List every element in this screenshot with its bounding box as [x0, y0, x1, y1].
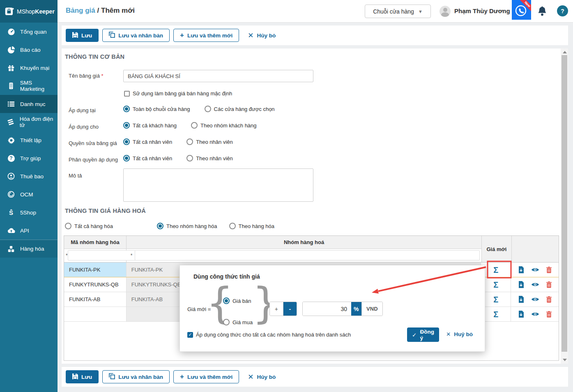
- formula-sigma-button[interactable]: Σ: [493, 295, 498, 304]
- scope-radio-product-group[interactable]: [157, 223, 163, 229]
- filter-operator-button[interactable]: *: [66, 253, 68, 258]
- gear-icon: [7, 136, 16, 144]
- column-header-actions: [512, 236, 559, 262]
- scroll-up-arrow[interactable]: [563, 51, 567, 53]
- help-button[interactable]: ?: [557, 5, 568, 16]
- scope-radio-by-product[interactable]: [229, 223, 236, 229]
- apply-for-radio-customer-group[interactable]: [191, 122, 198, 129]
- sidebar-item-reports[interactable]: Báo cáo: [0, 41, 58, 59]
- plus-icon: +: [180, 373, 184, 381]
- sidebar-item-api[interactable]: API: [0, 221, 58, 240]
- apply-perm-radio-all-staff[interactable]: [123, 155, 130, 161]
- apply-at-radio-selected-stores[interactable]: [205, 106, 211, 112]
- delete-trash-icon[interactable]: [546, 296, 552, 303]
- apply-permission-label: Phân quyền áp dụng: [69, 157, 118, 163]
- scope-radio-all-products[interactable]: [65, 223, 71, 229]
- price-formula-dialog: Dùng công thức tính giá Giá mới = { Giá …: [179, 265, 485, 352]
- price-base-sale-row: Giá bán: [223, 297, 251, 304]
- sidebar-item-overview[interactable]: Tổng quan: [0, 23, 58, 41]
- delete-trash-icon[interactable]: [546, 267, 552, 273]
- layers-icon: [7, 118, 15, 126]
- save-button[interactable]: Lưu: [66, 29, 99, 42]
- sidebar-item-categories[interactable]: Danh mục: [0, 95, 58, 113]
- sidebar-item-help[interactable]: ? Trợ giúp: [0, 149, 58, 167]
- toolbar-top: Lưu Lưu và nhân bản + Lưu và thêm mới ✕ …: [62, 25, 568, 45]
- boxes-icon: [7, 245, 16, 253]
- swirl-icon: [7, 191, 16, 198]
- filter-operator-button[interactable]: *: [128, 253, 135, 258]
- store-chain-dropdown[interactable]: Chuỗi cửa hàng ▼: [365, 5, 431, 18]
- formula-sigma-button[interactable]: Σ: [493, 281, 498, 289]
- cell-group-code[interactable]: [64, 307, 127, 321]
- price-scope-options: Tất cả hàng hóa Theo nhóm hàng hóa Theo …: [65, 223, 274, 229]
- vertical-scrollbar[interactable]: [561, 48, 568, 364]
- sidebar-item-5shop[interactable]: Ŝ 5Shop: [0, 203, 58, 221]
- formula-value-input[interactable]: [303, 302, 351, 316]
- price-list-name-input[interactable]: [123, 70, 313, 82]
- copy-price-icon[interactable]: [518, 311, 524, 318]
- unit-percent-button[interactable]: %: [351, 302, 361, 316]
- save-and-duplicate-button[interactable]: Lưu và nhân bản: [102, 370, 170, 383]
- cell-group-code[interactable]: FUNKITA-AB: [64, 292, 127, 307]
- dialog-ok-button[interactable]: ✓ Đồng ý: [407, 327, 439, 342]
- description-textarea[interactable]: [123, 168, 313, 202]
- view-eye-icon[interactable]: [531, 297, 539, 302]
- scrollbar-thumb[interactable]: [561, 55, 567, 352]
- cancel-button[interactable]: ✕ Hủy bỏ: [243, 370, 281, 383]
- formula-sigma-button[interactable]: Σ: [493, 266, 498, 274]
- apply-at-radio-all-stores[interactable]: [123, 106, 130, 112]
- edit-perm-radio-by-staff[interactable]: [186, 138, 193, 145]
- sidebar-item-subscription[interactable]: Thuê bao: [0, 167, 58, 185]
- sidebar-item-e-invoice[interactable]: Hóa đơn điện tử: [0, 113, 58, 131]
- cancel-button[interactable]: ✕ Hủy bỏ: [243, 29, 281, 42]
- apply-at-options: Toàn bộ chuỗi cửa hàng Các cửa hàng được…: [123, 106, 275, 112]
- notification-bell-icon[interactable]: [537, 6, 547, 18]
- formula-sigma-button[interactable]: Σ: [493, 310, 498, 318]
- sidebar-item-promotions[interactable]: Khuyến mại: [0, 59, 58, 77]
- cell-group-code[interactable]: FUNKITA-PK: [64, 263, 127, 277]
- dashboard-icon: [7, 28, 16, 36]
- copy-price-icon[interactable]: [518, 281, 524, 288]
- apply-permission-options: Tất cả nhân viên Theo nhân viên: [123, 155, 233, 161]
- apply-perm-radio-by-staff[interactable]: [186, 155, 193, 161]
- view-eye-icon[interactable]: [531, 311, 539, 317]
- copy-price-icon[interactable]: [518, 296, 524, 303]
- price-base-radio-sale[interactable]: [223, 297, 230, 304]
- group-name-filter-input[interactable]: [135, 250, 480, 261]
- save-and-duplicate-button[interactable]: Lưu và nhân bản: [102, 29, 170, 42]
- delete-trash-icon[interactable]: [546, 311, 552, 318]
- user-menu[interactable]: Phạm Thùy Dương▼: [454, 7, 518, 14]
- edit-perm-radio-all-staff[interactable]: [123, 138, 130, 145]
- apply-for-radio-all-customers[interactable]: [123, 122, 130, 129]
- sidebar-item-products[interactable]: Hàng hóa: [0, 240, 58, 258]
- copy-price-icon[interactable]: [518, 266, 524, 273]
- filter-row: * *: [64, 249, 482, 263]
- operator-minus-button[interactable]: -: [283, 302, 297, 316]
- support-app-tile[interactable]: New: [512, 0, 531, 20]
- sidebar-item-ocm[interactable]: OCM: [0, 185, 58, 203]
- x-icon: ✕: [248, 31, 253, 40]
- default-price-list-checkbox[interactable]: [124, 91, 130, 97]
- breadcrumb-link-price-list[interactable]: Bảng giá: [66, 7, 95, 14]
- apply-all-checkbox[interactable]: ✓: [187, 332, 193, 338]
- copy-icon: [109, 373, 115, 380]
- gift-icon: [7, 64, 16, 71]
- save-and-new-button[interactable]: + Lưu và thêm mới: [173, 29, 239, 42]
- sidebar-item-sms-marketing[interactable]: SMS Marketing: [0, 77, 58, 95]
- price-base-radio-purchase[interactable]: [223, 319, 230, 325]
- delete-trash-icon[interactable]: [546, 281, 552, 288]
- save-button[interactable]: Lưu: [66, 370, 99, 383]
- cell-group-code[interactable]: FUNKYTRUNKS-QB: [64, 277, 127, 292]
- unit-vnd-button[interactable]: VND: [361, 302, 382, 316]
- avatar[interactable]: [440, 6, 451, 17]
- sidebar-item-settings[interactable]: Thiết lập: [0, 131, 58, 149]
- app-logo[interactable]: MShopKeeper: [0, 0, 58, 23]
- operator-plus-button[interactable]: +: [270, 302, 283, 316]
- dialog-cancel-button[interactable]: ✕ Huỷ bỏ: [446, 331, 473, 337]
- scroll-down-arrow[interactable]: [563, 359, 567, 361]
- x-icon: ✕: [446, 331, 451, 337]
- view-eye-icon[interactable]: [531, 282, 539, 287]
- top-header: Bảng giá / Thêm mới Chuỗi cửa hàng ▼ Phạ…: [58, 0, 573, 23]
- save-and-new-button[interactable]: + Lưu và thêm mới: [173, 370, 239, 383]
- view-eye-icon[interactable]: [531, 267, 539, 272]
